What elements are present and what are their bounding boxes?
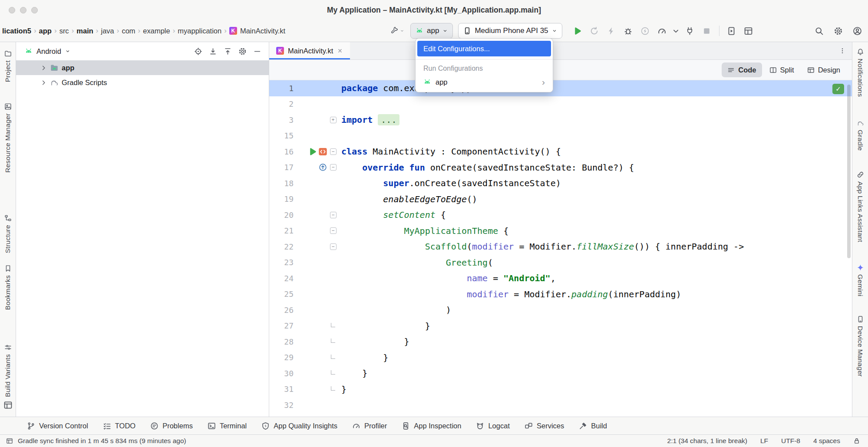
tool-stripe-button-build-variants[interactable]: Build Variants [4, 344, 12, 397]
assistant-button[interactable] [390, 26, 405, 36]
breadcrumb-item-example[interactable]: example [143, 27, 170, 35]
close-tab-icon[interactable] [337, 48, 343, 54]
code-line[interactable]: 30 } [269, 365, 852, 381]
settings-gear-button[interactable] [832, 24, 845, 37]
tree-item-app[interactable]: app [16, 60, 269, 75]
minimize-window-button[interactable] [20, 7, 26, 13]
expand-chevron-icon[interactable] [40, 79, 47, 86]
menu-item-edit-configurations[interactable]: Edit Configurations... [417, 41, 551, 56]
view-mode-code[interactable]: Code [722, 62, 762, 77]
collapse-all-button[interactable] [222, 46, 233, 57]
tool-stripe-button-device-manager[interactable]: Device Manager [856, 316, 864, 377]
code-line[interactable]: 3+import ... [269, 112, 852, 128]
tool-window-button-terminal[interactable]: Terminal [208, 422, 247, 430]
fold-marker[interactable]: + [330, 117, 337, 123]
breadcrumb-item-app[interactable]: app [39, 27, 52, 35]
code-text[interactable]: override fun onCreate(savedInstanceState… [339, 162, 634, 173]
locate-button[interactable] [192, 46, 204, 57]
code-line[interactable]: 15 [269, 128, 852, 144]
status-message[interactable]: Gradle sync finished in 1 m 45 s 834 ms … [18, 437, 186, 445]
stop-button[interactable] [700, 24, 713, 37]
tool-window-button-profiler[interactable]: Profiler [352, 422, 387, 430]
search-button[interactable] [812, 24, 825, 37]
tool-stripe-button-gemini[interactable]: Gemini [856, 264, 864, 296]
line-separator[interactable]: LF [760, 437, 768, 445]
profiler-button[interactable] [656, 24, 669, 37]
run-configuration-select[interactable]: app [410, 23, 453, 39]
fold-end-marker[interactable] [331, 355, 335, 359]
attach-debugger-button[interactable] [683, 24, 696, 37]
code-line[interactable]: 29 } [269, 350, 852, 366]
code-line[interactable]: 28 } [269, 334, 852, 350]
breadcrumb-item-src[interactable]: src [59, 27, 69, 35]
code-text[interactable]: modifier = Modifier.padding(innerPadding… [339, 289, 681, 299]
breadcrumb-item-lication5[interactable]: lication5 [2, 27, 31, 35]
tool-stripe-button-project[interactable]: Project [4, 50, 12, 82]
run-button[interactable] [571, 24, 584, 37]
project-view-select[interactable]: Android [22, 47, 73, 56]
tool-window-button-logcat[interactable]: Logcat [476, 422, 510, 430]
indent-style[interactable]: 4 spaces [813, 437, 840, 445]
fold-end-marker[interactable] [331, 339, 335, 343]
code-text[interactable]: ) [339, 305, 451, 315]
code-line[interactable]: 20− setContent { [269, 207, 852, 223]
code-line[interactable]: 26 ) [269, 302, 852, 318]
code-line[interactable]: 21− MyApplicationTheme { [269, 223, 852, 239]
zoom-window-button[interactable] [31, 7, 38, 13]
fold-end-marker[interactable] [331, 386, 335, 391]
apply-changes-button[interactable] [605, 24, 618, 37]
tool-window-button-problems[interactable]: Problems [150, 422, 193, 430]
rerun-button[interactable] [588, 24, 601, 37]
tool-window-button-version-control[interactable]: Version Control [27, 422, 88, 430]
expand-all-button[interactable] [207, 46, 218, 57]
code-line[interactable]: 18 super.onCreate(savedInstanceState) [269, 175, 852, 191]
code-text[interactable]: name = "Android", [339, 273, 556, 283]
code-text[interactable]: } [339, 368, 367, 378]
readonly-lock-icon[interactable] [853, 437, 860, 444]
tool-stripe-button-bookmarks[interactable]: Bookmarks [4, 265, 12, 310]
close-window-button[interactable] [9, 7, 15, 13]
code-text[interactable]: Greeting( [339, 257, 493, 268]
override-gutter-icon[interactable] [318, 163, 327, 172]
code-text[interactable]: enableEdgeToEdge() [339, 194, 477, 204]
code-editor[interactable]: 1package com.example.myapplication23+imp… [269, 80, 852, 417]
code-text[interactable]: import ... [339, 115, 399, 125]
code-line[interactable]: 25 modifier = Modifier.padding(innerPadd… [269, 286, 852, 302]
code-text[interactable]: setContent { [339, 210, 446, 220]
view-mode-split[interactable]: Split [764, 62, 800, 77]
tree-item-gradle-scripts[interactable]: Gradle Scripts [16, 75, 269, 90]
fold-marker[interactable]: − [330, 164, 337, 171]
fold-end-marker[interactable] [331, 323, 335, 327]
avatar-button[interactable] [851, 24, 864, 37]
expand-chevron-icon[interactable] [40, 65, 47, 71]
hide-button[interactable] [251, 46, 263, 57]
chevron-down-button[interactable] [673, 24, 680, 37]
code-line[interactable]: 32 [269, 397, 852, 413]
fold-marker[interactable]: − [330, 148, 337, 155]
code-text[interactable]: } [339, 321, 430, 331]
editor-tab-mainactivity[interactable]: K MainActivity.kt [269, 42, 350, 59]
tool-windows-icon[interactable] [6, 437, 13, 444]
code-line[interactable]: 27 } [269, 318, 852, 334]
editor-scrollbar[interactable] [847, 85, 851, 258]
tool-window-button-services[interactable]: Services [525, 422, 564, 430]
code-line[interactable]: 22− Scaffold(modifier = Modifier.fillMax… [269, 239, 852, 255]
code-line[interactable]: 1package com.example.myapplication [269, 80, 852, 96]
code-line[interactable]: 17− override fun onCreate(savedInstanceS… [269, 160, 852, 176]
code-text[interactable]: MyApplicationTheme { [339, 226, 508, 236]
tool-stripe-button-notifications[interactable]: Notifications [856, 48, 864, 97]
compose-gutter-icon[interactable] [318, 147, 327, 156]
code-text[interactable]: } [339, 384, 347, 394]
code-line[interactable]: 31} [269, 381, 852, 398]
tool-window-button-build[interactable]: Build [579, 422, 607, 430]
breadcrumb-item-mainactivity-kt[interactable]: KMainActivity.kt [229, 27, 285, 35]
tool-stripe-button-app-links-assistant[interactable]: App Links Assistant [856, 171, 864, 242]
breadcrumb-item-java[interactable]: java [101, 27, 114, 35]
code-line[interactable]: 16−class MainActivity : ComponentActivit… [269, 144, 852, 160]
code-line[interactable]: 2 [269, 96, 852, 112]
breadcrumb-item-main[interactable]: main [76, 27, 93, 35]
tool-stripe-button-structure[interactable]: Structure [4, 214, 12, 253]
code-text[interactable]: super.onCreate(savedInstanceState) [339, 178, 561, 188]
tool-stripe-button-resource-manager[interactable]: Resource Manager [4, 103, 12, 173]
code-text[interactable]: } [339, 352, 388, 363]
